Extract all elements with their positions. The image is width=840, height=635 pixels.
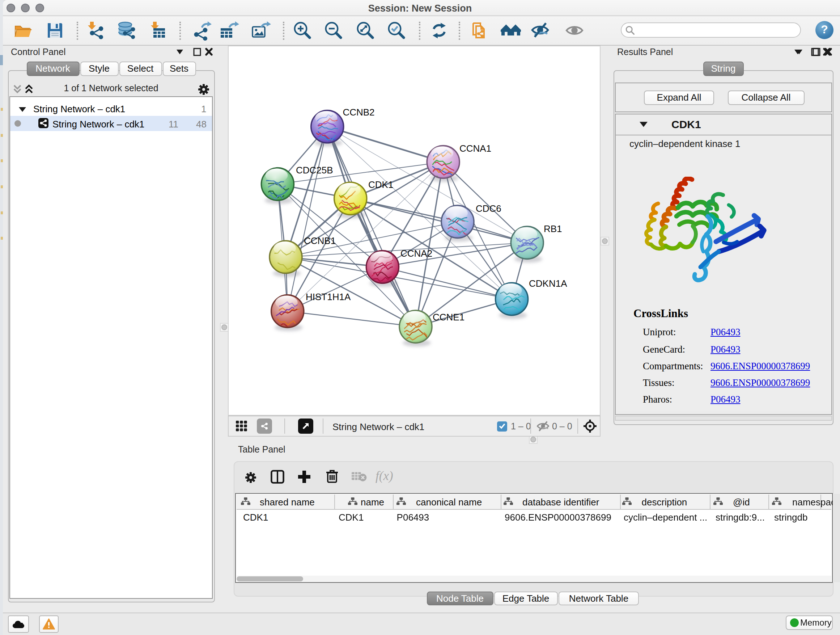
- svg-text:RB1: RB1: [544, 223, 562, 234]
- svg-text:HIST1H1A: HIST1H1A: [306, 291, 351, 302]
- svg-text:CCNE1: CCNE1: [433, 311, 464, 322]
- svg-text:CCNA1: CCNA1: [459, 143, 491, 154]
- svg-text:CDK1: CDK1: [368, 179, 393, 190]
- svg-text:CCNB1: CCNB1: [304, 235, 336, 246]
- svg-text:CDC25B: CDC25B: [296, 165, 333, 175]
- svg-text:CDKN1A: CDKN1A: [529, 278, 567, 288]
- svg-text:CCNA2: CCNA2: [401, 248, 432, 258]
- svg-text:CDC6: CDC6: [476, 203, 501, 214]
- svg-text:CCNB2: CCNB2: [343, 106, 374, 117]
